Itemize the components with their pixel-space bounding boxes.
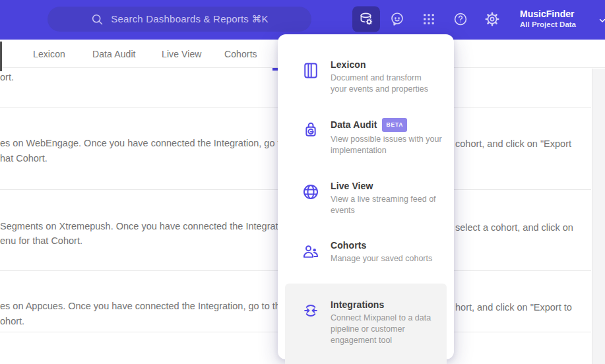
search-placeholder: Search Dashboards & Reports ⌘K: [111, 13, 269, 25]
help-button[interactable]: [447, 6, 474, 32]
apps-grid-button[interactable]: [416, 6, 442, 32]
menu-item-data-audit[interactable]: Data AuditBETA View possible issues with…: [278, 118, 454, 156]
menu-item-title-text: Data Audit: [331, 119, 377, 130]
menu-item-title: Data AuditBETA: [331, 118, 449, 132]
tab-label: Lexicon: [33, 49, 65, 59]
feedback-chat-icon: [389, 11, 405, 27]
menu-item-description: View possible issues with your implement…: [331, 134, 449, 156]
tab-lexicon[interactable]: Lexicon: [33, 40, 65, 68]
xtremepush-row-line2: enu for that Cohort.: [0, 233, 82, 249]
data-management-icon: [358, 11, 375, 28]
top-navigation-bar: Search Dashboards & Reports ⌘K: [0, 0, 605, 40]
window-edge-artifact: [0, 42, 2, 71]
right-gutter: [592, 69, 605, 364]
appcues-row-line2: ohort.: [0, 314, 24, 329]
menu-item-title: Lexicon: [331, 59, 449, 71]
apps-grid-icon: [422, 12, 436, 26]
xtremepush-row-line1-right: select a cohort, and click on: [455, 220, 573, 235]
help-icon: [453, 11, 468, 27]
tab-label: Cohorts: [224, 49, 257, 59]
row-partial-text: ort.: [0, 70, 14, 85]
settings-gear-icon: [484, 11, 500, 27]
appcues-row-line1-right: hort, and click on "Export to: [455, 300, 572, 315]
tab-live-view[interactable]: Live View: [162, 40, 202, 68]
feedback-button[interactable]: [384, 6, 410, 32]
search-icon: [90, 13, 104, 26]
menu-item-title: Integrations: [331, 299, 449, 311]
menu-item-description: Manage your saved cohorts: [331, 253, 449, 264]
webengage-row-line1-right: cohort, and click on "Export: [455, 136, 571, 152]
settings-button[interactable]: [479, 6, 505, 32]
data-audit-lock-icon: [302, 120, 320, 138]
data-management-button[interactable]: [352, 7, 380, 32]
menu-item-description: Connect Mixpanel to a data pipeline or c…: [331, 313, 449, 346]
cohorts-users-icon: [302, 242, 320, 260]
menu-item-live-view[interactable]: Live View View a live streaming feed of …: [278, 181, 454, 216]
menu-item-title: Cohorts: [331, 240, 449, 251]
menu-item-lexicon[interactable]: Lexicon Document and transform your even…: [278, 59, 454, 95]
xtremepush-row-line1: Segments on Xtremepush. Once you have co…: [0, 219, 294, 234]
appcues-row-line1: es on Appcues. Once you have connected t…: [0, 299, 296, 314]
integrations-sync-icon: [302, 301, 320, 320]
lexicon-book-icon: [302, 61, 320, 80]
beta-badge: BETA: [382, 118, 407, 132]
global-search-input[interactable]: Search Dashboards & Reports ⌘K: [48, 7, 311, 32]
project-subtitle: All Project Data: [520, 20, 598, 30]
project-name: MusicFinder: [520, 8, 598, 20]
app-window: ort. es on WebEngage. Once you have conn…: [0, 0, 605, 364]
webengage-row-line2: hat Cohort.: [0, 151, 48, 166]
tab-label: Live View: [162, 49, 202, 59]
tab-data-audit[interactable]: Data Audit: [92, 40, 136, 68]
menu-item-description: Document and transform your events and p…: [331, 73, 449, 95]
tab-label: Data Audit: [92, 49, 136, 59]
chevron-down-icon: [598, 16, 605, 28]
webengage-row-line1: es on WebEngage. Once you have connected…: [0, 136, 302, 151]
data-management-dropdown: Lexicon Document and transform your even…: [278, 34, 454, 359]
tab-cohorts[interactable]: Cohorts: [224, 40, 257, 68]
menu-item-description: View a live streaming feed of events: [331, 194, 449, 216]
menu-item-integrations[interactable]: Integrations Connect Mixpanel to a data …: [278, 299, 454, 346]
live-view-globe-icon: [302, 183, 320, 201]
menu-item-cohorts[interactable]: Cohorts Manage your saved cohorts: [278, 240, 454, 264]
project-switcher[interactable]: MusicFinder All Project Data: [520, 8, 598, 33]
menu-item-title: Live View: [331, 181, 449, 192]
